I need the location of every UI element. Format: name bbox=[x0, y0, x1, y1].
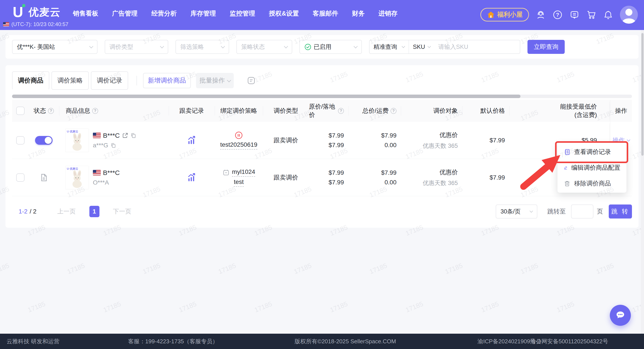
follow-record-chart-icon[interactable] bbox=[187, 136, 196, 145]
tab-reprice-products[interactable]: 调价商品 bbox=[12, 71, 49, 90]
batch-actions-label: 批量操作 bbox=[200, 76, 225, 85]
brand-name: 优麦云 bbox=[28, 5, 61, 19]
feedback-message-icon[interactable] bbox=[569, 10, 580, 20]
footer-customer-service: 客服：199-4223-1735（客服专员） bbox=[128, 338, 218, 345]
house-icon bbox=[487, 10, 495, 19]
sku-search-input[interactable] bbox=[434, 40, 520, 53]
watermark-text: 17185 bbox=[102, 300, 122, 314]
nav-item-ads[interactable]: 广告管理 bbox=[112, 9, 138, 18]
query-field-select[interactable]: SKU bbox=[408, 40, 434, 53]
timezone-clock: (UTC-7): 10/23 02:40:57 bbox=[3, 21, 68, 27]
horizontal-scrollbar-thumb[interactable] bbox=[12, 95, 520, 98]
product-cell: U 优麦云 B***C bbox=[59, 159, 169, 196]
nav-item-finance[interactable]: 财务 bbox=[352, 9, 365, 18]
add-reprice-product-button[interactable]: 新增调价商品 bbox=[143, 73, 191, 88]
us-flag-icon bbox=[93, 133, 101, 138]
product-sku: a***G bbox=[93, 142, 108, 149]
batch-actions-button[interactable]: 批量操作 bbox=[196, 73, 234, 88]
cart-icon[interactable] bbox=[586, 10, 596, 20]
pagination-total: / 2 bbox=[30, 208, 36, 215]
product-title[interactable]: B***C bbox=[103, 132, 120, 139]
header-product: 商品信息? bbox=[59, 100, 169, 122]
watermark-text: 17185 bbox=[142, 262, 162, 276]
chevron-down-icon bbox=[428, 44, 431, 48]
search-button[interactable]: 立即查询 bbox=[528, 40, 565, 54]
strategy-name-link[interactable]: test bbox=[234, 178, 244, 187]
follow-record-chart-icon[interactable] bbox=[187, 173, 196, 182]
vertical-scrollbar-thumb[interactable] bbox=[641, 33, 644, 156]
strategy-filter-select[interactable]: 筛选策略 bbox=[176, 40, 229, 54]
copy-icon[interactable] bbox=[130, 132, 136, 138]
jump-button[interactable]: 跳 转 bbox=[609, 205, 632, 219]
product-title[interactable]: B***C bbox=[103, 169, 120, 176]
nav-item-customer-email[interactable]: 客服邮件 bbox=[313, 9, 338, 18]
user-avatar[interactable] bbox=[620, 6, 638, 24]
external-link-icon[interactable] bbox=[122, 132, 128, 139]
menu-item-remove-reprice-product[interactable]: 移除调价商品 bbox=[558, 176, 626, 191]
chevron-down-icon bbox=[627, 138, 630, 142]
watermark-text: 17185 bbox=[556, 300, 576, 314]
footer-police-link[interactable]: 渝公网安备50011202504322号 bbox=[530, 338, 608, 345]
product-image: U 优麦云 bbox=[65, 128, 89, 152]
tab-reprice-records[interactable]: 调价记录 bbox=[91, 71, 128, 90]
strategy-name-link[interactable]: test20250619 bbox=[220, 141, 258, 150]
chat-support-button[interactable] bbox=[610, 305, 631, 326]
pagination-range: 1-2 bbox=[18, 208, 28, 215]
enabled-status-select[interactable]: 已启用 bbox=[300, 40, 362, 54]
filter-bar: 优***K- 美国站 调价类型 筛选策略 策略状态 已启用 bbox=[6, 35, 638, 59]
help-icon[interactable]: ? bbox=[552, 10, 563, 20]
record-list-icon bbox=[564, 148, 570, 155]
watermark-text: 17185 bbox=[217, 262, 237, 276]
bunny-plush-image bbox=[67, 132, 87, 152]
row-checkbox[interactable] bbox=[16, 136, 24, 144]
status-toggle-on[interactable] bbox=[35, 136, 52, 145]
welfare-house-button[interactable]: 福利小屋 bbox=[480, 8, 529, 21]
brand-initial: U bbox=[13, 4, 23, 20]
nav-item-monitoring[interactable]: 监控管理 bbox=[230, 9, 255, 18]
prev-page-button[interactable]: 上一页 bbox=[58, 207, 76, 216]
strategy-status-select[interactable]: 策略状态 bbox=[236, 40, 292, 54]
query-mode-select[interactable]: 精准查询 bbox=[370, 40, 408, 53]
nav-item-purchase-sales[interactable]: 进销存 bbox=[378, 9, 398, 18]
notifications-bell-icon[interactable] bbox=[603, 10, 613, 20]
vertical-scrollbar-track bbox=[641, 30, 644, 334]
row-checkbox[interactable] bbox=[16, 173, 24, 182]
total-shipping-cell: $7.990.00 bbox=[348, 122, 401, 159]
nav-item-sales-dashboard[interactable]: 销售看板 bbox=[73, 9, 98, 18]
price-type-select[interactable]: 调价类型 bbox=[105, 40, 168, 54]
current-page-button[interactable]: 1 bbox=[89, 206, 100, 217]
strategy-name-link[interactable]: myl1024 bbox=[232, 168, 255, 177]
header-original-price: 原价/落地价? bbox=[309, 100, 348, 122]
total-help-icon: ? bbox=[390, 108, 396, 114]
page-size-select[interactable]: 30条/页 bbox=[496, 205, 537, 219]
nav-item-inventory[interactable]: 库存管理 bbox=[190, 9, 216, 18]
footer-copyright: 版权所有©2018-2025 SellerSpace.COM bbox=[294, 338, 396, 345]
shop-select[interactable]: 优***K- 美国站 bbox=[12, 40, 98, 54]
copy-icon[interactable] bbox=[110, 143, 116, 148]
brand: U 优麦云 bbox=[13, 5, 61, 19]
bound-strategy-cell: myl1024 test bbox=[215, 159, 263, 196]
header-status: 状态? bbox=[28, 100, 59, 122]
bound-strategy-cell: test20250619 bbox=[215, 122, 263, 159]
menu-item-edit-reprice-product-config[interactable]: 编辑调价商品配置 bbox=[558, 160, 626, 176]
us-flag-icon bbox=[3, 22, 9, 26]
select-all-checkbox[interactable] bbox=[16, 107, 24, 115]
avatar-head-icon bbox=[626, 9, 632, 16]
next-page-button[interactable]: 下一页 bbox=[113, 207, 132, 216]
tab-reprice-strategies[interactable]: 调价策略 bbox=[52, 71, 89, 90]
notes-memo-icon[interactable] bbox=[246, 76, 256, 85]
menu-item-view-reprice-records[interactable]: 查看调价记录 bbox=[558, 144, 626, 160]
customer-service-icon[interactable] bbox=[536, 10, 546, 20]
header-default-price: 默认价格 bbox=[462, 100, 509, 122]
main-nav: 销售看板 广告管理 经营分析 库存管理 监控管理 授权&设置 客服邮件 财务 进… bbox=[73, 9, 398, 18]
trash-icon bbox=[564, 180, 570, 187]
total-shipping-cell: $7.990.00 bbox=[348, 159, 401, 196]
reprice-type-cell: 跟卖调价 bbox=[263, 159, 309, 196]
jump-page-input[interactable] bbox=[571, 205, 594, 219]
nav-item-authorization-settings[interactable]: 授权&设置 bbox=[269, 9, 299, 18]
header-follow-record: 跟卖记录 bbox=[169, 100, 215, 122]
product-sku: O***A bbox=[93, 179, 109, 186]
nav-item-analytics[interactable]: 经营分析 bbox=[151, 9, 177, 18]
chevron-down-icon bbox=[354, 44, 358, 48]
topbar-actions: 福利小屋 ? bbox=[480, 6, 638, 24]
